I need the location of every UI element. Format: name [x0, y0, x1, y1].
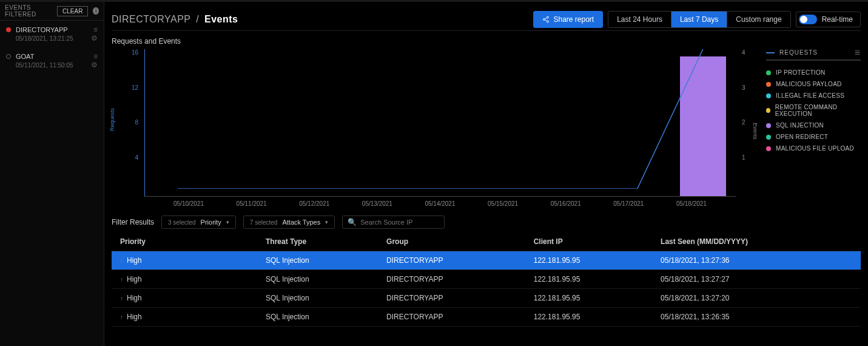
attack-types-filter-dropdown[interactable]: 7 selected Attack Types ▾: [243, 215, 335, 229]
priority-value: High: [127, 256, 142, 265]
table-header-cell[interactable]: Threat Type: [257, 232, 378, 251]
time-range-last-7-days[interactable]: Last 7 Days: [671, 12, 727, 27]
legend-list: IP PROTECTIONMALICIOUS PAYLOADILLEGAL FI…: [766, 69, 861, 152]
search-source-ip-input[interactable]: [360, 219, 439, 226]
legend-label: OPEN REDIRECT: [776, 134, 828, 140]
chart-plot[interactable]: [144, 49, 736, 197]
chevron-down-icon: ▾: [325, 219, 328, 225]
y-left-tick: 8: [135, 119, 138, 126]
events-filter-bar: EVENTS FILTERED CLEAR i: [0, 2, 104, 21]
time-range-custom-range[interactable]: Custom range: [727, 12, 790, 27]
events-filtered-label: EVENTS FILTERED: [5, 4, 52, 18]
priority-arrow-icon: ↑: [120, 295, 123, 302]
time-range-last-24-hours[interactable]: Last 24 Hours: [608, 12, 671, 27]
priority-filter-label: Priority: [201, 219, 221, 226]
last-seen-cell: 05/18/2021, 13:26:35: [652, 308, 861, 327]
search-source-ip-wrapper[interactable]: 🔍: [342, 215, 445, 229]
y-left-tick: 4: [135, 154, 138, 161]
realtime-toggle[interactable]: Real-time: [796, 12, 861, 27]
legend-label: IP PROTECTION: [776, 69, 826, 76]
table-row[interactable]: ↑High SQL Injection DIRECTORYAPP 122.181…: [112, 270, 861, 289]
legend-item[interactable]: ILLEGAL FILE ACCESS: [766, 92, 861, 99]
priority-arrow-icon: ↑: [120, 314, 123, 321]
legend-dot-icon: [766, 82, 771, 87]
priority-arrow-icon: ↑: [120, 257, 123, 264]
main-panel: DIRECTORYAPP / Events Share report Last …: [104, 2, 868, 346]
svg-point-1: [543, 18, 545, 20]
table-header-cell[interactable]: Priority: [112, 232, 257, 251]
last-seen-cell: 05/18/2021, 13:27:27: [652, 270, 861, 289]
table-header-cell[interactable]: Last Seen (MM/DD/YYYY): [652, 232, 861, 251]
legend-label: MALICIOUS PAYLOAD: [776, 81, 842, 87]
filter-results-bar: Filter Results 3 selected Priority ▾ 7 s…: [112, 215, 861, 229]
legend-menu-icon[interactable]: ≡: [855, 50, 861, 56]
menu-icon[interactable]: ≡: [93, 52, 98, 61]
svg-point-2: [547, 21, 549, 22]
attack-filter-count: 7 selected: [250, 219, 278, 226]
info-icon[interactable]: i: [93, 7, 99, 15]
legend-item[interactable]: SQL INJECTION: [766, 122, 861, 129]
y-axis-right: Events 4321: [739, 49, 758, 207]
status-dot-icon: [6, 54, 11, 59]
y-right-tick: 4: [742, 49, 758, 56]
gear-icon[interactable]: ⚙: [91, 34, 98, 42]
share-report-label: Share report: [553, 15, 594, 24]
client-ip-cell: 122.181.95.95: [525, 308, 652, 327]
table-row[interactable]: ↑High SQL Injection DIRECTORYAPP 122.181…: [112, 308, 861, 327]
legend-label: ILLEGAL FILE ACCESS: [776, 92, 844, 99]
legend-label: SQL INJECTION: [776, 122, 824, 129]
legend-panel: REQUESTS ≡ IP PROTECTIONMALICIOUS PAYLOA…: [758, 49, 861, 207]
y-right-tick: 2: [742, 119, 758, 126]
legend-item[interactable]: MALICIOUS FILE UPLOAD: [766, 145, 861, 152]
chart-row: Requests 161284 05/10/202105/11/202105/1…: [112, 49, 861, 207]
table-row[interactable]: ↑High SQL Injection DIRECTORYAPP 122.181…: [112, 251, 861, 270]
legend-label: REMOTE COMMAND EXECUTION: [775, 104, 861, 117]
table-header-row: PriorityThreat TypeGroupClient IPLast Se…: [112, 232, 861, 251]
group-cell: DIRECTORYAPP: [378, 308, 525, 327]
y-left-tick: 16: [132, 49, 138, 56]
x-tick: 05/16/2021: [551, 200, 581, 207]
x-tick: 05/15/2021: [488, 200, 518, 207]
priority-value: High: [127, 313, 142, 321]
client-ip-cell: 122.181.95.95: [525, 270, 652, 289]
attack-filter-label: Attack Types: [282, 219, 320, 226]
x-tick: 05/18/2021: [676, 200, 707, 207]
legend-dot-icon: [766, 135, 771, 140]
legend-item[interactable]: IP PROTECTION: [766, 69, 861, 76]
share-report-button[interactable]: Share report: [533, 11, 603, 28]
sidebar-group-item[interactable]: DIRECTORYAPP ≡ 05/18/2021, 13:21:25 ⚙: [0, 21, 104, 47]
x-tick: 05/11/2021: [237, 200, 267, 207]
priority-value: High: [127, 275, 142, 283]
gear-icon[interactable]: ⚙: [91, 61, 98, 69]
priority-value: High: [127, 294, 142, 302]
threat-type-cell: SQL Injection: [257, 251, 378, 270]
x-tick: 05/10/2021: [173, 200, 204, 207]
last-seen-cell: 05/18/2021, 13:27:36: [652, 251, 861, 270]
legend-item[interactable]: MALICIOUS PAYLOAD: [766, 81, 861, 87]
legend-item[interactable]: REMOTE COMMAND EXECUTION: [766, 104, 861, 117]
table-row[interactable]: ↑High SQL Injection DIRECTORYAPP 122.181…: [112, 289, 861, 308]
section-title: Requests and Events: [112, 37, 861, 46]
results-table: PriorityThreat TypeGroupClient IPLast Se…: [112, 232, 861, 327]
x-tick: 05/17/2021: [613, 200, 644, 207]
last-seen-cell: 05/18/2021, 13:27:20: [652, 289, 861, 308]
header-actions: Share report Last 24 HoursLast 7 DaysCus…: [533, 11, 861, 28]
sidebar-group-item[interactable]: GOAT ≡ 05/11/2021, 11:50:05 ⚙: [0, 47, 104, 74]
priority-filter-dropdown[interactable]: 3 selected Priority ▾: [161, 215, 236, 229]
table-header-cell[interactable]: Group: [378, 232, 525, 251]
toggle-switch[interactable]: [799, 15, 817, 24]
client-ip-cell: 122.181.95.95: [525, 289, 652, 308]
clear-button[interactable]: CLEAR: [57, 6, 88, 16]
legend-label: MALICIOUS FILE UPLOAD: [776, 145, 854, 152]
legend-title: REQUESTS: [779, 49, 818, 56]
legend-item[interactable]: OPEN REDIRECT: [766, 134, 861, 140]
y-left-tick: 12: [132, 84, 138, 91]
group-name: DIRECTORYAPP: [16, 26, 68, 33]
x-tick: 05/12/2021: [299, 200, 329, 207]
legend-dot-icon: [766, 70, 771, 75]
menu-icon[interactable]: ≡: [93, 25, 98, 34]
y-right-tick: 1: [742, 154, 758, 161]
table-header-cell[interactable]: Client IP: [525, 232, 652, 251]
breadcrumb-prefix[interactable]: DIRECTORYAPP: [112, 14, 190, 24]
chevron-down-icon: ▾: [226, 219, 229, 225]
